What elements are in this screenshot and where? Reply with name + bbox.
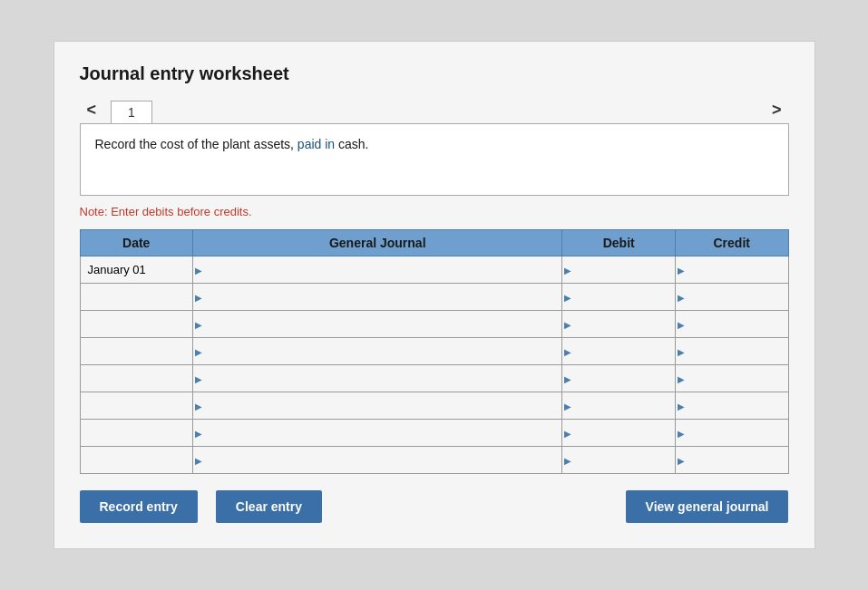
debit-cell[interactable] bbox=[562, 256, 676, 284]
credit-input[interactable] bbox=[679, 454, 785, 468]
debit-input[interactable] bbox=[566, 454, 671, 468]
debit-input[interactable] bbox=[566, 264, 671, 277]
journal-entry-worksheet: Journal entry worksheet < 1 > Record the… bbox=[54, 41, 815, 549]
tab-navigation: < 1 > bbox=[80, 97, 789, 123]
date-cell: January 01 bbox=[80, 256, 193, 284]
date-cell bbox=[80, 284, 193, 311]
credit-input[interactable] bbox=[679, 264, 785, 277]
credit-cell[interactable] bbox=[675, 256, 788, 284]
date-cell bbox=[80, 420, 193, 447]
note-text: Note: Enter debits before credits. bbox=[80, 205, 789, 218]
instruction-box: Record the cost of the plant assets, pai… bbox=[80, 123, 789, 196]
date-cell bbox=[80, 447, 193, 474]
gj-cell[interactable] bbox=[193, 365, 562, 392]
credit-cell[interactable] bbox=[675, 447, 788, 474]
date-cell bbox=[80, 338, 193, 365]
next-tab-button[interactable]: > bbox=[765, 97, 789, 123]
gj-input[interactable] bbox=[197, 345, 558, 359]
prev-tab-button[interactable]: < bbox=[80, 97, 104, 123]
table-row bbox=[80, 447, 788, 474]
debit-input[interactable] bbox=[566, 400, 671, 413]
instruction-text: Record the cost of the plant assets, pai… bbox=[95, 137, 369, 151]
record-entry-button[interactable]: Record entry bbox=[80, 490, 198, 523]
credit-cell[interactable] bbox=[675, 311, 788, 338]
gj-input[interactable] bbox=[197, 454, 558, 468]
buttons-row: Record entry Clear entry View general jo… bbox=[80, 490, 789, 523]
table-row bbox=[80, 284, 788, 311]
debit-cell[interactable] bbox=[562, 284, 676, 311]
debit-cell[interactable] bbox=[562, 338, 676, 365]
col-header-credit: Credit bbox=[675, 230, 788, 256]
gj-cell[interactable] bbox=[193, 311, 562, 338]
journal-table: Date General Journal Debit Credit Januar… bbox=[80, 229, 789, 474]
gj-cell[interactable] bbox=[193, 420, 562, 447]
date-cell bbox=[80, 311, 193, 338]
credit-input[interactable] bbox=[679, 291, 785, 305]
date-cell bbox=[80, 365, 193, 392]
debit-cell[interactable] bbox=[562, 420, 676, 447]
table-row: January 01 bbox=[80, 256, 788, 284]
credit-cell[interactable] bbox=[675, 365, 788, 392]
debit-input[interactable] bbox=[566, 427, 671, 440]
gj-input[interactable] bbox=[197, 372, 558, 386]
gj-input[interactable] bbox=[197, 318, 558, 332]
col-header-gj: General Journal bbox=[193, 230, 562, 256]
gj-cell[interactable] bbox=[193, 447, 562, 474]
debit-cell[interactable] bbox=[562, 447, 676, 474]
clear-entry-button[interactable]: Clear entry bbox=[216, 490, 322, 523]
gj-cell[interactable] bbox=[193, 338, 562, 365]
credit-input[interactable] bbox=[679, 318, 785, 332]
gj-input[interactable] bbox=[197, 400, 558, 413]
table-row bbox=[80, 365, 788, 392]
credit-cell[interactable] bbox=[675, 420, 788, 447]
debit-cell[interactable] bbox=[562, 392, 676, 420]
col-header-date: Date bbox=[80, 230, 193, 256]
credit-input[interactable] bbox=[679, 427, 785, 440]
tab-1[interactable]: 1 bbox=[111, 101, 152, 123]
debit-input[interactable] bbox=[566, 372, 671, 386]
credit-cell[interactable] bbox=[675, 392, 788, 420]
debit-input[interactable] bbox=[566, 291, 671, 305]
credit-cell[interactable] bbox=[675, 338, 788, 365]
credit-input[interactable] bbox=[679, 400, 785, 413]
table-row bbox=[80, 420, 788, 447]
credit-cell[interactable] bbox=[675, 284, 788, 311]
table-row bbox=[80, 338, 788, 365]
gj-cell[interactable] bbox=[193, 392, 562, 420]
col-header-debit: Debit bbox=[562, 230, 676, 256]
gj-cell[interactable] bbox=[193, 284, 562, 311]
gj-cell[interactable] bbox=[193, 256, 562, 284]
debit-input[interactable] bbox=[566, 318, 671, 332]
credit-input[interactable] bbox=[679, 345, 785, 359]
gj-input[interactable] bbox=[197, 291, 558, 305]
credit-input[interactable] bbox=[679, 372, 785, 386]
gj-input[interactable] bbox=[197, 427, 558, 440]
view-general-journal-button[interactable]: View general journal bbox=[626, 490, 789, 523]
debit-cell[interactable] bbox=[562, 365, 676, 392]
table-row bbox=[80, 392, 788, 420]
date-cell bbox=[80, 392, 193, 420]
page-title: Journal entry worksheet bbox=[80, 63, 789, 84]
gj-input[interactable] bbox=[197, 264, 558, 277]
debit-input[interactable] bbox=[566, 345, 671, 359]
debit-cell[interactable] bbox=[562, 311, 676, 338]
table-row bbox=[80, 311, 788, 338]
